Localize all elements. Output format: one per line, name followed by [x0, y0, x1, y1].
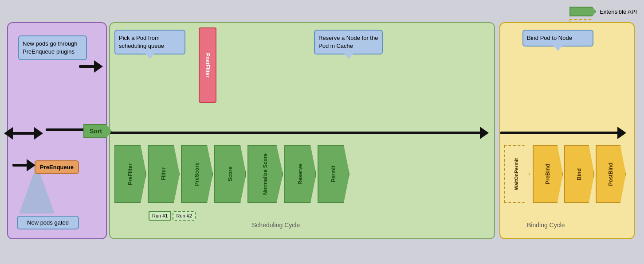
- wait-on-permit-chevron: WaitOnPermit: [504, 145, 530, 203]
- filter-chevron: Filter: [148, 145, 180, 203]
- postbind-chevron: PostBind: [596, 145, 626, 203]
- binding-arrow: [500, 132, 620, 134]
- arrow-pre-enqueue: [12, 164, 29, 167]
- arrow-left-1: [10, 132, 37, 135]
- legend-extensible-label: Extensible API: [600, 8, 637, 15]
- binding-cycle-label: Binding Cycle: [527, 221, 565, 229]
- run1-box: Run #1: [149, 211, 171, 221]
- prescore-chevron: PreScore: [181, 145, 213, 203]
- bind-pod-bubble: Bind Pod to Node: [522, 30, 593, 47]
- bind-chevron: Bind: [564, 145, 594, 203]
- prebind-chevron: PreBind: [533, 145, 563, 203]
- permit-chevron: Permit: [318, 145, 349, 203]
- normalize-score-chevron: Normalize Score: [247, 145, 283, 203]
- legend-extensible: Extensible API: [569, 7, 637, 16]
- reserve-node-bubble: Reserve a Node for the Pod in Cache: [314, 30, 383, 54]
- scheduling-cycle-label: Scheduling Cycle: [252, 221, 300, 229]
- new-pods-box: New pods go through PreEnqueue plugins: [18, 35, 87, 60]
- arrow-right-top: [79, 65, 97, 68]
- new-pods-gated-box: New pods gated: [17, 216, 79, 229]
- binding-cycle-panel: Bind Pod to Node WaitOnPermit PreBind Bi…: [499, 22, 635, 239]
- run2-box: Run #2: [173, 211, 195, 221]
- scheduling-arrow: [110, 132, 483, 134]
- pick-pod-bubble: Pick a Pod from scheduling queue: [114, 30, 185, 54]
- pre-enqueue-badge: PreEnqueue: [35, 160, 79, 174]
- sort-badge: Sort: [83, 124, 112, 138]
- reserve-chevron: Reserve: [284, 145, 316, 203]
- scheduling-context: Pick a Pod from scheduling queue PostFil…: [109, 22, 495, 239]
- postfilter-badge: PostFilter: [199, 27, 216, 103]
- score-chevron: Score: [214, 145, 246, 203]
- legend-extensible-icon: [569, 7, 596, 16]
- prefilter-chevron: PreFilter: [114, 145, 146, 203]
